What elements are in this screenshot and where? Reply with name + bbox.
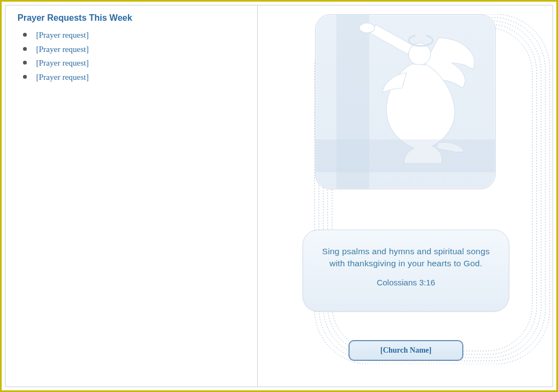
scripture-verse-citation: Colossians 3:16 (315, 278, 497, 287)
scripture-verse-card: Sing psalms and hymns and spiritual song… (303, 230, 509, 312)
left-panel: Prayer Requests This Week [Prayer reques… (5, 5, 257, 387)
scripture-verse-text: Sing psalms and hymns and spiritual song… (315, 245, 497, 270)
document-frame: Prayer Requests This Week [Prayer reques… (0, 0, 558, 392)
list-item: [Prayer request] (23, 71, 245, 85)
list-item: [Prayer request] (23, 28, 245, 43)
prayer-requests-heading: Prayer Requests This Week (18, 13, 245, 23)
list-item: [Prayer request] (23, 56, 245, 71)
svg-point-5 (359, 23, 375, 33)
document-page: Prayer Requests This Week [Prayer reques… (5, 5, 553, 387)
church-name-card: [Church Name] (348, 340, 463, 361)
right-panel: Sing psalms and hymns and spiritual song… (258, 5, 553, 387)
angel-icon (354, 22, 485, 165)
list-item: [Prayer request] (23, 43, 245, 57)
church-name-placeholder: [Church Name] (380, 346, 431, 355)
angel-illustration-card (315, 14, 496, 189)
prayer-requests-list: [Prayer request] [Prayer request] [Praye… (18, 28, 245, 84)
